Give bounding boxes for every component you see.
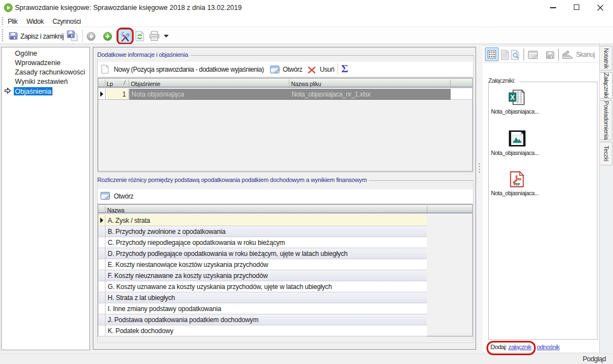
svg-text:X: X: [510, 94, 515, 101]
svg-text:PDF: PDF: [514, 183, 520, 186]
